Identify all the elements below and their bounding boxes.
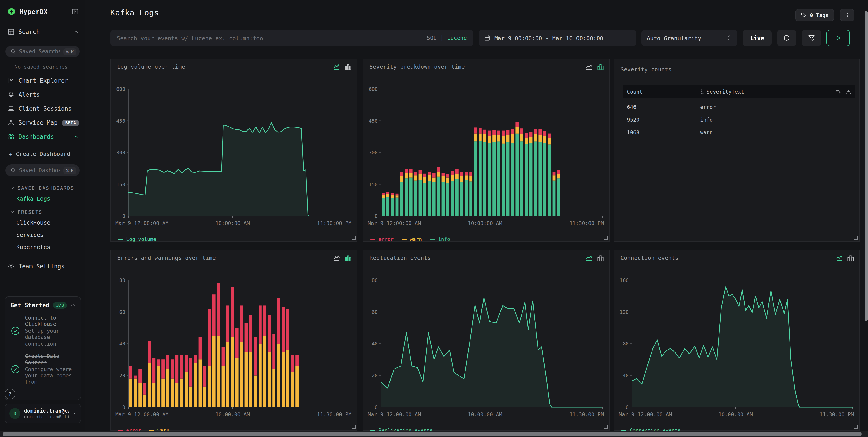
- divider: [0, 41, 85, 41]
- download-icon[interactable]: [845, 89, 852, 95]
- calendar-icon: [484, 35, 490, 41]
- chart-legend: Log volume: [118, 236, 156, 242]
- get-started-item-desc: Set up your database connection: [25, 328, 75, 347]
- chevron-up-icon[interactable]: [71, 303, 76, 308]
- table-row[interactable]: 9520 info: [623, 113, 855, 126]
- chart-plot[interactable]: 020406080Mar 9 12:00:00 AM10:00:00 AM11:…: [367, 276, 605, 425]
- user-email: dominic.tran@cli…: [24, 414, 69, 419]
- main-content: Kafka Logs 0 Tags Search your events w/ …: [86, 0, 868, 437]
- svg-text:40: 40: [623, 373, 629, 378]
- avatar: D: [9, 408, 20, 419]
- chart-plot[interactable]: 0150300450600Mar 9 12:00:00 AM10:00:00 A…: [367, 85, 605, 234]
- legend-item[interactable]: error: [370, 236, 394, 242]
- sidebar-item-alerts[interactable]: Alerts: [0, 88, 85, 102]
- get-started-item[interactable]: Create Data Sources Configure where your…: [10, 353, 75, 385]
- panel-resize-handle[interactable]: [604, 236, 608, 240]
- panel-header[interactable]: Errors and warnings over time: [117, 255, 351, 266]
- svg-text:0: 0: [122, 213, 125, 219]
- bar-chart-icon[interactable]: [597, 255, 604, 264]
- bar-chart-icon[interactable]: [345, 255, 351, 264]
- dashboard-item-kafka-logs[interactable]: Kafka Logs: [0, 193, 85, 205]
- chart-plot[interactable]: 04080120160Mar 9 12:00:00 AM10:00:00 AM1…: [618, 276, 855, 425]
- panel-header[interactable]: Connection events: [621, 255, 854, 266]
- live-button[interactable]: Live: [743, 30, 772, 46]
- sidebar-item-label: Search: [19, 29, 70, 35]
- vertical-scrollbar[interactable]: [865, 11, 868, 321]
- panel-header[interactable]: Severity breakdown over time: [370, 64, 604, 74]
- chart-legend: errorwarninfo: [370, 236, 450, 242]
- help-button[interactable]: ?: [4, 389, 16, 400]
- drag-handle-icon[interactable]: [700, 89, 704, 95]
- sidebar-item-search[interactable]: Search: [0, 25, 85, 39]
- saved-dashboards-input[interactable]: Saved Dashboards ⌘ K: [5, 165, 80, 176]
- line-chart-icon[interactable]: [333, 255, 340, 264]
- chart-plot[interactable]: 0150300450600Mar 9 12:00:00 AM10:00:00 A…: [115, 85, 352, 234]
- svg-text:300: 300: [369, 150, 378, 156]
- table-row[interactable]: 1068 warn: [623, 126, 855, 139]
- chart-plot[interactable]: 020406080Mar 9 12:00:00 AM10:00:00 AM11:…: [115, 276, 352, 425]
- svg-text:11:30:00 PM: 11:30:00 PM: [569, 411, 604, 417]
- granularity-select[interactable]: Auto Granularity: [641, 30, 737, 46]
- granularity-value: Auto Granularity: [647, 35, 727, 41]
- filter-button[interactable]: [802, 30, 821, 46]
- svg-text:450: 450: [369, 118, 378, 124]
- sidebar-item-dashboards[interactable]: Dashboards: [0, 130, 85, 144]
- section-saved-dashboards[interactable]: SAVED DASHBOARDS: [0, 181, 85, 193]
- bar-chart-icon[interactable]: [597, 64, 604, 72]
- line-chart-icon[interactable]: [836, 255, 843, 264]
- saved-searches-input[interactable]: Saved Searches ⌘ K: [5, 46, 80, 57]
- beta-badge: BETA: [63, 120, 79, 126]
- table-row[interactable]: 646 error: [623, 101, 855, 113]
- line-chart-icon[interactable]: [586, 255, 592, 264]
- panel-resize-handle[interactable]: [855, 236, 858, 240]
- brand[interactable]: HyperDX: [7, 7, 71, 16]
- panel-resize-handle[interactable]: [604, 425, 608, 429]
- panel-resize-handle[interactable]: [352, 236, 355, 240]
- user-menu[interactable]: D dominic.tran@c… dominic.tran@cli… ›: [4, 404, 81, 424]
- cell-severity: info: [700, 116, 855, 123]
- legend-label: info: [438, 236, 450, 242]
- date-range-picker[interactable]: Mar 9 00:00:00 - Mar 10 00:00:00: [478, 30, 636, 46]
- no-saved-searches-text: No saved searches: [0, 62, 85, 74]
- lucene-toggle[interactable]: Lucene: [447, 35, 467, 41]
- legend-item[interactable]: Log volume: [118, 236, 156, 242]
- preset-item-kubernetes[interactable]: Kubernetes: [0, 241, 85, 253]
- preset-item-clickhouse[interactable]: ClickHouse: [0, 216, 85, 229]
- bar-chart-icon[interactable]: [345, 64, 351, 72]
- svg-text:Mar 9 12:00:00 AM: Mar 9 12:00:00 AM: [368, 220, 421, 226]
- panel-resize-handle[interactable]: [855, 425, 858, 429]
- column-header-severitytext[interactable]: SeverityText: [707, 89, 744, 95]
- panel-header[interactable]: Replication events: [370, 255, 604, 266]
- panel-header[interactable]: Log volume over time: [117, 64, 351, 74]
- horizontal-scrollbar[interactable]: [3, 432, 862, 436]
- refresh-button[interactable]: [777, 30, 796, 46]
- section-presets[interactable]: PRESETS: [0, 205, 85, 216]
- event-search-input[interactable]: Search your events w/ Lucene ex. column:…: [111, 30, 473, 46]
- sidebar-item-team-settings[interactable]: Team Settings: [0, 259, 85, 273]
- preset-item-services[interactable]: Services: [0, 229, 85, 241]
- svg-text:20: 20: [372, 373, 378, 378]
- sidebar-collapse-icon[interactable]: [71, 8, 79, 15]
- sidebar-item-client-sessions[interactable]: Client Sessions: [0, 102, 85, 116]
- bar-chart-icon[interactable]: [847, 255, 854, 264]
- sql-toggle[interactable]: SQL: [427, 35, 436, 41]
- tags-button[interactable]: 0 Tags: [796, 9, 834, 21]
- svg-text:10:00:00 AM: 10:00:00 AM: [215, 220, 250, 226]
- line-chart-icon[interactable]: [333, 64, 340, 72]
- panel-resize-handle[interactable]: [352, 425, 355, 429]
- panel-menu-button[interactable]: [840, 9, 855, 21]
- legend-swatch: [621, 430, 626, 431]
- run-query-button[interactable]: [827, 30, 850, 46]
- panel-header[interactable]: Severity counts: [621, 66, 854, 77]
- sidebar-item-chart-explorer[interactable]: Chart Explorer: [0, 74, 85, 88]
- sort-icon[interactable]: [835, 89, 841, 95]
- create-dashboard-button[interactable]: + Create Dashboard: [0, 148, 85, 160]
- get-started-item[interactable]: Connect to ClickHouse Set up your databa…: [10, 314, 75, 347]
- sidebar-item-service-map[interactable]: Service Map BETA: [0, 116, 85, 130]
- legend-item[interactable]: info: [430, 236, 450, 242]
- legend-swatch: [118, 430, 123, 431]
- line-chart-icon[interactable]: [586, 64, 592, 72]
- table-header-row: Count SeverityText: [623, 86, 855, 98]
- legend-item[interactable]: warn: [402, 236, 422, 242]
- column-header-count[interactable]: Count: [623, 89, 700, 95]
